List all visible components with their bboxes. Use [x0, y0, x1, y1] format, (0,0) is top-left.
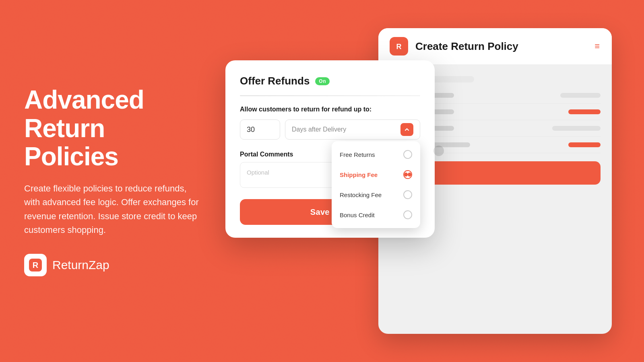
days-after-delivery-select[interactable]: Days after Delivery [285, 119, 420, 140]
bg-card-header: R Create Return Policy ≡ [378, 28, 612, 65]
restocking-fee-radio[interactable] [403, 190, 412, 199]
shipping-fee-label: Shipping Fee [340, 171, 378, 178]
bg-card-r-icon: R [394, 41, 404, 51]
hero-description: Create flexible policies to reduce refun… [24, 182, 201, 237]
page-wrapper: Advanced Return Policies Create flexible… [0, 0, 644, 362]
offer-refunds-title: Offer Refunds [240, 75, 310, 87]
dropdown-item-free-returns[interactable]: Free Returns [332, 144, 420, 165]
left-section: Advanced Return Policies Create flexible… [24, 86, 217, 276]
dropdown-item-bonus-credit[interactable]: Bonus Credit [332, 205, 420, 225]
free-returns-label: Free Returns [340, 151, 375, 158]
portal-comments-placeholder: Optional [247, 169, 269, 176]
hero-title: Advanced Return Policies [24, 86, 201, 171]
offer-refunds-header: Offer Refunds On [240, 75, 420, 87]
front-card: Offer Refunds On Allow customers to retu… [225, 60, 435, 238]
svg-text:R: R [33, 261, 39, 269]
brand-r-icon: R [29, 259, 42, 272]
on-badge[interactable]: On [315, 77, 330, 85]
brand-logo: R ReturnZap [24, 254, 201, 276]
allow-label: Allow customers to return for refund up … [240, 106, 420, 113]
hamburger-menu-icon[interactable]: ≡ [594, 41, 601, 51]
brand-icon-container: R [24, 254, 47, 276]
svg-text:R: R [396, 43, 402, 51]
fee-type-dropdown: Free Returns Shipping Fee Restocking Fee [332, 141, 420, 228]
brand-name: ReturnZap [52, 258, 109, 272]
bg-card-title: Create Return Policy [415, 40, 587, 53]
restocking-fee-label: Restocking Fee [340, 191, 382, 198]
days-select-label: Days after Delivery [292, 126, 346, 133]
chevron-up-icon[interactable] [400, 123, 413, 136]
bonus-credit-label: Bonus Credit [340, 212, 375, 218]
days-row: 30 Days after Delivery Free Returns [240, 119, 420, 140]
header-divider [240, 95, 420, 96]
bg-card-logo: R [390, 37, 408, 56]
shipping-fee-radio[interactable] [403, 170, 412, 179]
cursor-pointer [404, 173, 408, 177]
dropdown-item-shipping-fee[interactable]: Shipping Fee [332, 165, 420, 185]
bonus-credit-radio[interactable] [403, 210, 412, 219]
free-returns-radio[interactable] [403, 150, 412, 159]
dropdown-item-restocking-fee[interactable]: Restocking Fee [332, 185, 420, 205]
right-section: R Create Return Policy ≡ [217, 16, 620, 346]
days-input[interactable]: 30 [240, 119, 280, 140]
